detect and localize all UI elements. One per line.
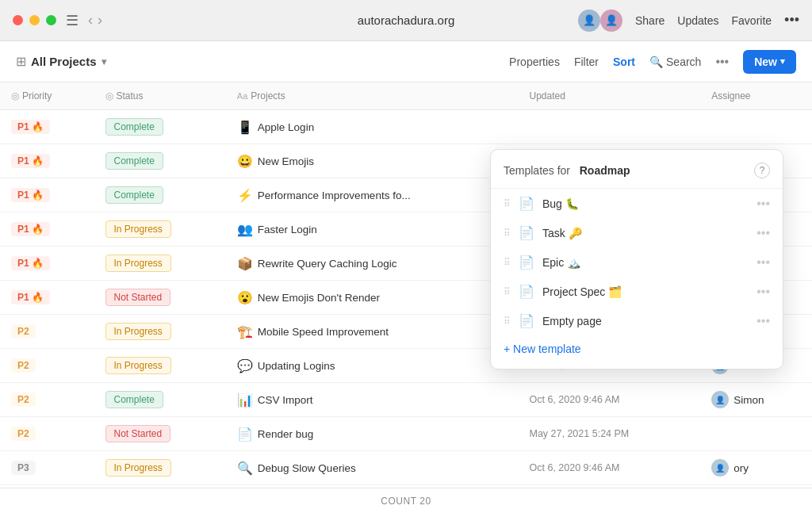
project-name: Performance Improvements fo... <box>258 190 411 201</box>
status-cell: Complete <box>94 110 226 144</box>
nav-arrows: ‹ › <box>88 12 102 29</box>
priority-cell: P1 🔥 <box>0 247 94 281</box>
project-name: New Emojis Don't Render <box>258 292 380 304</box>
status-cell: In Progress <box>94 212 226 247</box>
more-options-icon[interactable]: ••• <box>784 12 799 29</box>
template-item[interactable]: ⠿ 📄 Project Spec 🗂️ ••• <box>491 277 783 306</box>
document-icon: 📄 <box>519 284 534 299</box>
template-label: Bug 🐛 <box>542 197 579 210</box>
table-icon: ⊞ <box>16 54 26 69</box>
back-button[interactable]: ‹ <box>88 12 93 29</box>
template-label: Epic 🏔️ <box>542 256 580 269</box>
status-cell: Not Started <box>94 281 226 315</box>
footer: COUNT 20 <box>0 488 812 513</box>
priority-cell: P2 <box>0 349 94 383</box>
close-button[interactable] <box>13 15 23 25</box>
priority-cell: P2 <box>0 383 94 417</box>
project-cell: 💬 Updating Logins <box>226 349 519 383</box>
date-cell: Oct 6, 2020 9:46 AM <box>518 451 700 485</box>
priority-cell: P2 <box>0 315 94 349</box>
status-cell: Complete <box>94 383 226 417</box>
project-icon: 😀 <box>237 154 253 169</box>
count-label: COUNT <box>381 496 416 507</box>
project-cell: 😀 New Emojis <box>226 144 519 178</box>
project-cell: 📱 Apple Login <box>226 110 519 144</box>
assignee-name: ory <box>733 462 749 474</box>
priority-cell: P3 <box>0 451 94 485</box>
document-icon: 📄 <box>519 225 534 240</box>
col-status: ◎Status <box>94 82 226 110</box>
chevron-down-icon: ▾ <box>102 56 106 67</box>
status-cell: In Progress <box>94 247 226 281</box>
project-name: CSV Import <box>258 394 313 406</box>
table-row[interactable]: P2 Not Started 📄 Render bug May 27, 2021… <box>0 417 812 451</box>
more-icon[interactable]: ••• <box>756 226 770 240</box>
priority-cell: P1 🔥 <box>0 110 94 144</box>
document-icon: 📄 <box>519 196 534 211</box>
new-template-button[interactable]: + New template <box>491 335 783 362</box>
sort-button[interactable]: Sort <box>613 56 635 68</box>
more-icon[interactable]: ••• <box>756 314 770 328</box>
col-priority: ◎Priority <box>0 82 94 110</box>
status-cell: Complete <box>94 178 226 212</box>
forward-button[interactable]: › <box>98 12 102 29</box>
project-icon: 📱 <box>237 120 253 135</box>
template-label: Empty page <box>542 315 602 327</box>
project-cell: 📄 Render bug <box>226 417 519 451</box>
template-item[interactable]: ⠿ 📄 Bug 🐛 ••• <box>491 189 783 218</box>
maximize-button[interactable] <box>46 15 56 25</box>
help-icon[interactable]: ? <box>754 163 770 178</box>
status-cell: Complete <box>94 144 226 178</box>
properties-button[interactable]: Properties <box>509 56 560 68</box>
template-item[interactable]: ⠿ 📄 Empty page ••• <box>491 306 783 335</box>
project-name: Debug Slow Queries <box>258 462 356 474</box>
count-number: 20 <box>419 496 431 507</box>
more-icon[interactable]: ••• <box>756 285 770 299</box>
document-icon: 📄 <box>519 255 534 270</box>
template-item[interactable]: ⠿ 📄 Task 🔑 ••• <box>491 218 783 247</box>
assignee-cell <box>700 417 812 451</box>
search-icon: 🔍 <box>649 56 663 68</box>
more-toolbar-icon[interactable]: ••• <box>715 55 729 69</box>
project-icon: ⚡ <box>237 188 253 203</box>
page-url: autorachadura.org <box>358 13 455 27</box>
project-cell: 👥 Faster Login <box>226 212 519 247</box>
date-cell: Oct 6, 2020 9:46 AM <box>518 383 700 417</box>
more-icon[interactable]: ••• <box>756 197 770 211</box>
toolbar: ⊞ All Projects ▾ Properties Filter Sort … <box>0 41 812 82</box>
table-row[interactable]: P1 🔥 Complete 📱 Apple Login <box>0 110 812 144</box>
updates-button[interactable]: Updates <box>677 14 718 27</box>
project-name: Mobile Speed Improvement <box>258 326 389 338</box>
project-icon: 📄 <box>237 427 253 442</box>
document-icon: 📄 <box>519 313 534 328</box>
project-name: Faster Login <box>258 224 317 235</box>
title-right: 👤 👤 Share Updates Favorite ••• <box>578 10 799 32</box>
toolbar-actions: Properties Filter Sort 🔍 Search ••• New … <box>509 50 796 74</box>
status-cell: In Progress <box>94 451 226 485</box>
assignee-name: Simon <box>733 394 764 406</box>
project-name: New Emojis <box>258 155 314 167</box>
project-icon: 💬 <box>237 358 253 373</box>
favorite-button[interactable]: Favorite <box>732 14 772 27</box>
dropdown-header: Templates for Roadmap ? <box>491 163 783 189</box>
table-row[interactable]: P2 Complete 📊 CSV Import Oct 6, 2020 9:4… <box>0 383 812 417</box>
minimize-button[interactable] <box>29 15 40 25</box>
share-button[interactable]: Share <box>635 14 665 27</box>
new-button[interactable]: New ▾ <box>743 50 796 74</box>
more-icon[interactable]: ••• <box>756 255 770 270</box>
menu-icon[interactable]: ☰ <box>66 12 79 29</box>
project-cell: 📦 Rewrite Query Caching Logic <box>226 247 519 281</box>
all-projects-button[interactable]: All Projects ▾ <box>31 55 106 68</box>
filter-button[interactable]: Filter <box>574 56 599 68</box>
project-icon: 📊 <box>237 392 253 408</box>
search-button[interactable]: 🔍 Search <box>649 56 701 68</box>
assignee-avatar: 👤 <box>711 459 729 477</box>
toolbar-left: ⊞ All Projects ▾ <box>16 54 106 69</box>
project-cell: ⚡ Performance Improvements fo... <box>226 178 519 212</box>
avatar-group: 👤 👤 <box>578 10 622 32</box>
template-item[interactable]: ⠿ 📄 Epic 🏔️ ••• <box>491 247 783 277</box>
drag-handle-icon: ⠿ <box>504 198 511 209</box>
templates-dropdown: Templates for Roadmap ? ⠿ 📄 Bug 🐛 ••• ⠿ … <box>490 149 783 369</box>
avatar-1: 👤 <box>578 10 600 32</box>
table-row[interactable]: P3 In Progress 🔍 Debug Slow Queries Oct … <box>0 451 812 485</box>
